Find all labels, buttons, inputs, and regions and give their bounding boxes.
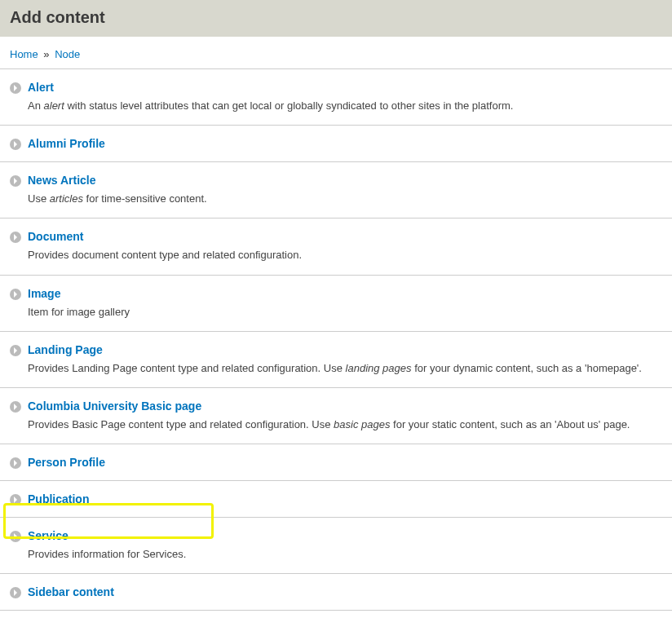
chevron-right-icon (10, 401, 21, 413)
content-type-description: Provides Basic Page content type and rel… (28, 417, 662, 432)
content-type-item: DocumentProvides document content type a… (0, 218, 672, 275)
content-type-item: ServiceProvides information for Services… (0, 518, 672, 574)
page-header: Add content (0, 0, 672, 37)
content-type-item: Sidebar content (0, 574, 672, 611)
breadcrumb-node-link[interactable]: Node (55, 48, 80, 60)
breadcrumb-home-link[interactable]: Home (10, 48, 38, 60)
content-type-description: Provides Landing Page content type and r… (28, 361, 662, 376)
content-type-link[interactable]: Person Profile (28, 456, 105, 469)
content-type-description: Use articles for time-sensitive content. (28, 192, 662, 206)
chevron-right-icon (10, 175, 21, 187)
content-type-item: Publication (0, 481, 672, 518)
chevron-right-icon (10, 494, 21, 505)
chevron-right-icon (10, 82, 21, 94)
content-type-link[interactable]: Landing Page (28, 343, 103, 356)
content-type-description: Provides document content type and relat… (28, 248, 662, 263)
content-type-link[interactable]: Image (28, 287, 60, 300)
content-type-description: Item for image gallery (28, 305, 662, 320)
breadcrumb-separator: » (43, 48, 49, 60)
content-type-link[interactable]: Publication (28, 492, 89, 505)
chevron-right-icon (10, 531, 21, 542)
chevron-right-icon (10, 232, 21, 243)
content-type-link[interactable]: Columbia University Basic page (28, 399, 201, 413)
chevron-right-icon (10, 587, 21, 598)
content-type-item: Alumni Profile (0, 126, 672, 162)
content-type-link[interactable]: News Article (28, 174, 96, 187)
content-type-link[interactable]: Document (28, 230, 83, 243)
content-type-item: News ArticleUse articles for time-sensit… (0, 162, 672, 218)
content-type-item: AlertAn alert with status level attribut… (0, 69, 672, 126)
content-type-list: AlertAn alert with status level attribut… (0, 69, 672, 611)
content-type-link[interactable]: Alumni Profile (28, 137, 105, 150)
content-type-description: Provides information for Services. (28, 547, 662, 562)
content-type-item: Person Profile (0, 444, 672, 481)
content-type-item: Landing PageProvides Landing Page conten… (0, 332, 672, 388)
content-type-link[interactable]: Sidebar content (28, 585, 114, 598)
breadcrumb: Home » Node (0, 37, 672, 69)
page-title: Add content (10, 8, 662, 27)
chevron-right-icon (10, 345, 21, 356)
content-type-item: ImageItem for image gallery (0, 276, 672, 332)
content-type-item: Columbia University Basic pageProvides B… (0, 388, 672, 444)
content-type-description: An alert with status level attributes th… (28, 99, 662, 113)
content-type-link[interactable]: Service (28, 529, 69, 542)
chevron-right-icon (10, 289, 21, 300)
chevron-right-icon (10, 139, 21, 150)
content-type-link[interactable]: Alert (28, 81, 54, 94)
chevron-right-icon (10, 457, 21, 469)
